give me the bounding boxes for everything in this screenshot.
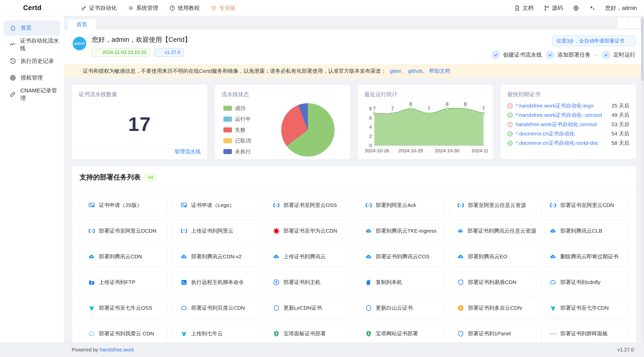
task-部署到阿里云Ack[interactable]: 部署到阿里云Ack	[356, 194, 444, 216]
baota-icon	[273, 330, 280, 337]
legend-item-成功[interactable]: 成功	[223, 105, 251, 112]
sidebar-item-证书自动化流水线[interactable]: 证书自动化流水线	[4, 37, 60, 52]
task-复制到本机[interactable]: 复制到本机	[356, 271, 444, 293]
main-area: 首页 admin 您好，admin，欢迎使用【Certd】 2024-11-02…	[64, 16, 644, 342]
tab-home[interactable]: 首页	[68, 19, 96, 30]
task-部署证书到群晖面板[interactable]: Synology部署证书到群晖面板	[541, 323, 629, 342]
banner-link-帮助文档[interactable]: 帮助文档	[429, 68, 450, 74]
task-部署证书到我爱云 CDN[interactable]: 部署证书到我爱云 CDN	[79, 323, 167, 342]
gear-icon	[128, 5, 134, 11]
task-上传证书到阿里云[interactable]: 上传证书到阿里云	[172, 220, 260, 242]
gear-icon	[167, 149, 172, 155]
footer: Powered by handsfree.work v1.27.0	[0, 342, 644, 357]
task-部署证书到腾讯云COS[interactable]: 部署证书到腾讯云COS	[356, 245, 444, 268]
expiry-cert-link[interactable]: *.handsfree.work证书自动化--zerossl	[516, 112, 606, 119]
shield-icon	[457, 279, 464, 286]
task-上传证书到腾讯云[interactable]: 上传证书到腾讯云	[264, 245, 352, 268]
qiniu-icon	[550, 305, 556, 311]
sidebar-item-授权管理[interactable]: 授权管理	[4, 70, 60, 86]
check-circle-icon	[602, 51, 610, 59]
sidebar-item-CNAME记录管理[interactable]: CNAME记录管理	[4, 87, 60, 102]
task-部署至阿里云任意云资源[interactable]: 部署至阿里云任意云资源	[449, 194, 536, 216]
scrollbar-thumb[interactable]	[641, 18, 643, 81]
legend-item-未执行[interactable]: 未执行	[223, 148, 251, 155]
user-greeting[interactable]: 您好，admin	[605, 4, 637, 12]
task-更新LeCDN证书[interactable]: 更新LeCDN证书	[264, 297, 352, 319]
banner-link-github[interactable]: github	[408, 68, 422, 74]
nav-item-专业版[interactable]: 专业版	[211, 4, 236, 12]
task-部署到腾讯云CLB[interactable]: 部署到腾讯云CLB	[541, 220, 629, 242]
task-部署证书到cdnfly[interactable]: 部署证书到cdnfly	[541, 271, 629, 293]
nav-right-globe-icon[interactable]	[573, 5, 579, 11]
expiry-cert-link[interactable]: *.docmirror.cn证书自动化	[516, 130, 606, 137]
task-部署到腾讯云CDN[interactable]: 部署到腾讯云CDN	[79, 245, 167, 268]
task-部署证书到多吉云CDN[interactable]: 部署证书到多吉云CDN	[449, 297, 536, 319]
task-上传到七牛云[interactable]: 上传到七牛云	[172, 323, 260, 342]
legend-item-失败[interactable]: 失败	[223, 126, 251, 133]
auth-icon	[10, 75, 16, 81]
woai-icon	[88, 330, 95, 337]
nav-right-sparkles-icon[interactable]	[589, 5, 595, 11]
task-部署到腾讯云EO[interactable]: 部署到腾讯云EO	[449, 245, 536, 268]
scrollbar-track[interactable]	[641, 16, 644, 342]
sidebar-item-执行历史记录[interactable]: 执行历史记录	[4, 53, 60, 69]
handsfree-link[interactable]: handsfree.work	[100, 347, 134, 353]
help-icon	[169, 5, 175, 11]
nav-right: 文档源码 您好，admin	[514, 4, 637, 12]
sidebar: 首页证书自动化流水线执行历史记录授权管理CNAME记录管理	[0, 16, 64, 342]
task-部署证书至七牛CDN[interactable]: 部署证书至七牛CDN	[541, 297, 629, 319]
guide-step-2: 添加部署任务	[546, 51, 591, 59]
legend-swatch	[223, 127, 232, 132]
legend-item-已取消[interactable]: 已取消	[223, 137, 251, 144]
aliyun-icon	[273, 202, 280, 209]
task-宝塔面板证书部署[interactable]: 宝塔面板证书部署	[264, 323, 352, 342]
tencent-icon	[457, 253, 464, 260]
task-部署证书到主机[interactable]: 部署证书到主机	[264, 271, 352, 293]
welcome-section: admin 您好，admin，欢迎使用【Certd】 2024-11-02 22…	[64, 30, 644, 64]
task-证书申请（Lego）[interactable]: 证书申请（Lego）	[172, 194, 260, 216]
expiry-cert-link[interactable]: *.handsfree.work证书自动化-lego	[516, 102, 606, 109]
close-tabs-button[interactable]	[617, 17, 629, 29]
expiry-days: 58 天后	[612, 139, 629, 147]
manage-pipelines-link[interactable]: 管理流水线	[167, 148, 201, 155]
task-证书申请（JS版）[interactable]: 证书申请（JS版）	[79, 194, 167, 216]
nav-right-源码[interactable]: 源码	[544, 4, 563, 12]
banner-link-gitee[interactable]: gitee	[390, 68, 401, 74]
task-部署证书至阿里云DCDN[interactable]: 部署证书至阿里云DCDN	[79, 220, 167, 242]
powered-by-text: Powered by	[72, 347, 98, 353]
nav-item-证书自动化[interactable]: 证书自动化	[81, 4, 117, 12]
brand[interactable]: Certd	[10, 3, 64, 13]
task-部署到腾讯云TKE-ingress[interactable]: 部署到腾讯云TKE-ingress	[356, 220, 444, 242]
task-部署证书到1Panel[interactable]: 部署证书到1Panel	[449, 323, 536, 342]
recent-runs-card: 最近运行统计 0246877878872024-10-262024-10-282…	[357, 84, 493, 159]
nav-item-使用教程[interactable]: 使用教程	[169, 4, 200, 12]
task-部署证书至华为云CDN[interactable]: 部署证书至华为云CDN	[264, 220, 352, 242]
task-部署到腾讯云CDN-v2[interactable]: 部署到腾讯云CDN-v2	[172, 245, 260, 268]
task-上传证书到FTP[interactable]: 上传证书到FTP	[79, 271, 167, 293]
task-宝塔网站证书部署[interactable]: 宝塔网站证书部署	[356, 323, 444, 342]
task-部署证书至阿里云OSS[interactable]: 部署证书至阿里云OSS	[264, 194, 352, 216]
task-部署证书到百度云CDN[interactable]: 部署证书到百度云CDN	[172, 297, 260, 319]
nav-right-文档[interactable]: 文档	[514, 4, 534, 12]
task-更新白山云证书[interactable]: 更新白山云证书	[356, 297, 444, 319]
menu-collapse-icon[interactable]	[64, 5, 71, 11]
task-删除腾讯云即将过期证书[interactable]: 删除腾讯云即将过期证书	[541, 245, 629, 268]
expiry-row: handsfree.work证书自动化-zerossl53 天后	[507, 121, 629, 128]
legend-swatch	[223, 117, 232, 122]
expiry-cert-link[interactable]: handsfree.work证书自动化-zerossl	[516, 121, 606, 128]
task-部署证书到腾讯云任意云资源[interactable]: 部署证书到腾讯云任意云资源	[449, 220, 536, 242]
legend-item-运行中[interactable]: 运行中	[223, 116, 251, 123]
task-部署证书至七牛云OSS[interactable]: 部署证书至七牛云OSS	[79, 297, 167, 319]
tab-menu-button[interactable]	[629, 17, 640, 29]
task-部署证书到易盾CDN[interactable]: 部署证书到易盾CDN	[449, 271, 536, 293]
sidebar-item-首页[interactable]: 首页	[4, 20, 60, 36]
task-执行远程主机脚本命令[interactable]: 执行远程主机脚本命令	[172, 271, 260, 293]
task-部署证书至阿里云CDN[interactable]: 部署证书至阿里云CDN	[541, 194, 629, 216]
svg-text:0: 0	[369, 143, 372, 148]
svg-text:4: 4	[369, 124, 372, 130]
nav-item-系统管理[interactable]: 系统管理	[128, 4, 158, 12]
vip-icon	[211, 5, 217, 11]
guide-pill[interactable]: 仅需3步，全自动申请部署证书	[552, 36, 635, 46]
svg-text:7: 7	[373, 105, 376, 111]
expiry-cert-link[interactable]: *.docmirror.cn证书自动化-certd-doc	[516, 139, 606, 147]
